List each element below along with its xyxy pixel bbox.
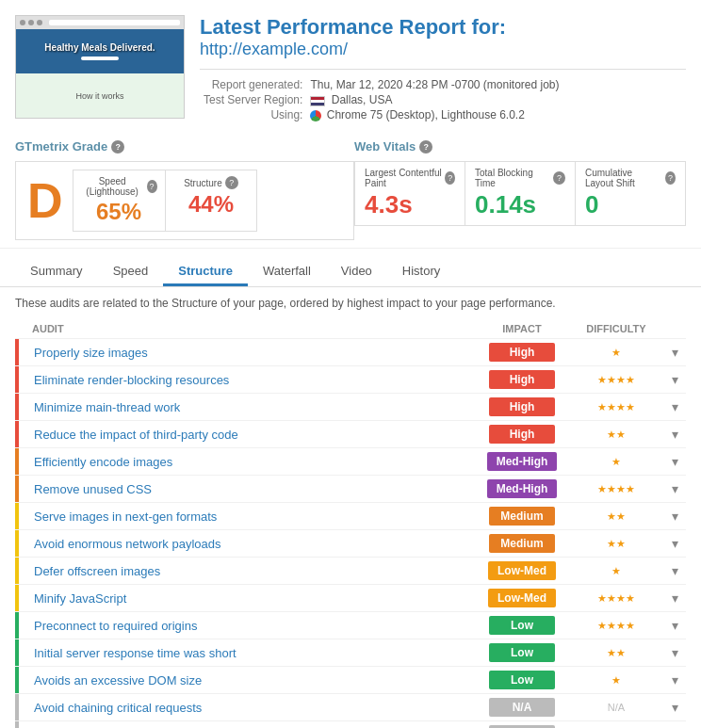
speed-help-icon[interactable]: ? bbox=[147, 180, 157, 193]
gtmetrix-title-text: GTmetrix Grade bbox=[15, 139, 107, 154]
gtmetrix-grade-section: GTmetrix Grade ? D Speed (Lighthouse) ? … bbox=[15, 139, 354, 240]
audit-name[interactable]: Remove unused CSS bbox=[26, 476, 475, 503]
audit-name[interactable]: Defer offscreen images bbox=[26, 558, 475, 585]
expand-icon[interactable]: ▾ bbox=[672, 645, 678, 660]
expand-icon[interactable]: ▾ bbox=[672, 672, 678, 688]
expand-icon[interactable]: ▾ bbox=[672, 427, 678, 442]
expand-cell[interactable]: ▾ bbox=[663, 503, 686, 530]
impact-badge: Low bbox=[489, 643, 555, 662]
expand-cell[interactable]: ▾ bbox=[663, 558, 686, 585]
impact-cell: High bbox=[475, 394, 569, 421]
audit-name[interactable]: Properly size images bbox=[26, 339, 475, 366]
impact-cell: Low bbox=[475, 667, 569, 694]
severity-bar bbox=[15, 558, 19, 584]
audit-name[interactable]: Preconnect to required origins bbox=[26, 612, 475, 639]
audit-name[interactable]: Avoid chaining critical requests bbox=[26, 694, 475, 721]
expand-cell[interactable]: ▾ bbox=[663, 585, 686, 612]
tab-speed[interactable]: Speed bbox=[98, 258, 164, 286]
expand-icon[interactable]: ▾ bbox=[672, 399, 678, 414]
difficulty-cell: ★★ bbox=[569, 530, 663, 558]
gtmetrix-help-icon[interactable]: ? bbox=[111, 140, 124, 154]
audit-name[interactable]: Does not use passive listeners to improv… bbox=[26, 721, 475, 728]
audit-row: Efficiently encode images Med-High ★ ▾ bbox=[15, 448, 686, 476]
expand-cell[interactable]: ▾ bbox=[663, 530, 686, 558]
thumbnail-bottom-text: How it works bbox=[75, 91, 123, 101]
tab-summary[interactable]: Summary bbox=[15, 258, 98, 286]
web-vitals-help-icon[interactable]: ? bbox=[419, 140, 432, 154]
audit-name[interactable]: Serve images in next-gen formats bbox=[26, 503, 475, 530]
report-generated-label: Report generated: bbox=[200, 77, 306, 92]
audit-name[interactable]: Initial server response time was short bbox=[26, 639, 475, 667]
expand-cell[interactable]: ▾ bbox=[663, 476, 686, 503]
report-url: http://example.com/ bbox=[200, 40, 686, 59]
nav-dot-3 bbox=[37, 20, 42, 25]
impact-cell: Low bbox=[475, 612, 569, 639]
using-value: Chrome 75 (Desktop), Lighthouse 6.0.2 bbox=[306, 107, 562, 122]
thumbnail-body: Healthy Meals Delivered. How it works bbox=[16, 29, 184, 118]
expand-icon[interactable]: ▾ bbox=[672, 509, 678, 524]
severity-bar bbox=[15, 530, 19, 557]
expand-icon[interactable]: ▾ bbox=[672, 345, 678, 360]
audit-row: Initial server response time was short L… bbox=[15, 639, 686, 667]
audit-name[interactable]: Minimize main-thread work bbox=[26, 394, 475, 421]
expand-cell[interactable]: ▾ bbox=[663, 394, 686, 421]
expand-icon[interactable]: ▾ bbox=[672, 618, 678, 633]
audit-name[interactable]: Minify JavaScript bbox=[26, 585, 475, 612]
expand-icon[interactable]: ▾ bbox=[672, 563, 678, 578]
expand-cell[interactable]: ▾ bbox=[663, 448, 686, 476]
web-vitals-section: Web Vitals ? Largest Contentful Paint ? … bbox=[354, 139, 686, 240]
impact-badge: Low bbox=[489, 616, 555, 635]
difficulty-cell: ★ bbox=[569, 667, 663, 694]
audit-name[interactable]: Avoid enormous network payloads bbox=[26, 530, 475, 558]
audit-name[interactable]: Reduce the impact of third-party code bbox=[26, 421, 475, 448]
expand-cell[interactable]: ▾ bbox=[663, 694, 686, 721]
speed-label: Speed (Lighthouse) ? bbox=[81, 176, 157, 197]
audit-name[interactable]: Eliminate render-blocking resources bbox=[26, 366, 475, 394]
tbt-item: Total Blocking Time ? 0.14s bbox=[465, 162, 576, 225]
test-server-city: Dallas, USA bbox=[332, 93, 393, 106]
cls-item: Cumulative Layout Shift ? 0 bbox=[576, 162, 685, 225]
expand-icon[interactable]: ▾ bbox=[672, 536, 678, 551]
metrics-row: Speed (Lighthouse) ? 65% Structure ? 44% bbox=[73, 170, 258, 232]
difficulty-cell: ★★ bbox=[569, 503, 663, 530]
cls-value: 0 bbox=[585, 190, 676, 219]
impact-cell: Low-Med bbox=[475, 558, 569, 585]
audit-name[interactable]: Avoids an excessive DOM size bbox=[26, 667, 475, 694]
report-generated-value: Thu, Mar 12, 2020 4:28 PM -0700 (monitor… bbox=[306, 77, 562, 92]
test-server-value: Dallas, USA bbox=[306, 92, 562, 107]
expand-cell[interactable]: ▾ bbox=[663, 366, 686, 394]
expand-cell[interactable]: ▾ bbox=[663, 639, 686, 667]
lcp-help-icon[interactable]: ? bbox=[445, 171, 455, 185]
flag-icon bbox=[310, 96, 325, 106]
cls-help-icon[interactable]: ? bbox=[665, 171, 676, 185]
tab-waterfall[interactable]: Waterfall bbox=[248, 258, 326, 286]
expand-icon[interactable]: ▾ bbox=[672, 454, 678, 469]
difficulty-cell: ★★★★ bbox=[569, 612, 663, 639]
expand-cell[interactable]: ▾ bbox=[663, 721, 686, 728]
impact-badge: Medium bbox=[489, 507, 555, 526]
impact-badge: Medium bbox=[489, 534, 555, 553]
speed-metric: Speed (Lighthouse) ? 65% bbox=[73, 170, 166, 232]
expand-icon[interactable]: ▾ bbox=[672, 372, 678, 387]
grade-letter: D bbox=[27, 176, 63, 225]
structure-help-icon[interactable]: ? bbox=[225, 176, 238, 189]
expand-icon[interactable]: ▾ bbox=[672, 481, 678, 496]
expand-cell[interactable]: ▾ bbox=[663, 612, 686, 639]
tab-structure[interactable]: Structure bbox=[163, 258, 248, 286]
audit-name[interactable]: Efficiently encode images bbox=[26, 448, 475, 476]
expand-cell[interactable]: ▾ bbox=[663, 339, 686, 366]
expand-icon[interactable]: ▾ bbox=[672, 590, 678, 606]
severity-bar bbox=[15, 585, 19, 611]
tbt-help-icon[interactable]: ? bbox=[553, 171, 565, 185]
audit-row: Avoid enormous network payloads Medium ★… bbox=[15, 530, 686, 558]
using-label: Using: bbox=[200, 107, 306, 122]
tab-history[interactable]: History bbox=[387, 258, 455, 286]
tab-video[interactable]: Video bbox=[326, 258, 387, 286]
expand-icon[interactable]: ▾ bbox=[672, 700, 678, 715]
difficulty-cell: ★★ bbox=[569, 639, 663, 667]
chrome-icon bbox=[310, 110, 321, 121]
difficulty-cell: ★ bbox=[569, 448, 663, 476]
expand-cell[interactable]: ▾ bbox=[663, 667, 686, 694]
impact-badge: High bbox=[489, 397, 555, 416]
expand-cell[interactable]: ▾ bbox=[663, 421, 686, 448]
